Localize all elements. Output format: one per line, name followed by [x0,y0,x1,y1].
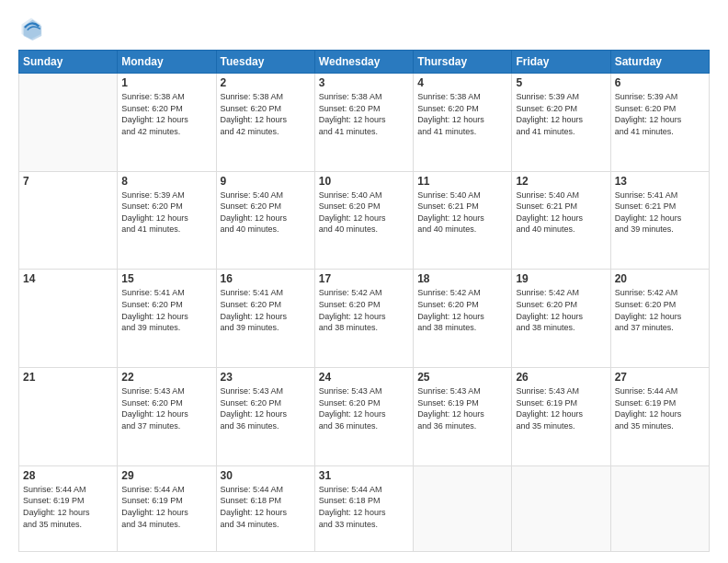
day-header-wednesday: Wednesday [314,51,413,74]
calendar-cell: 15Sunrise: 5:41 AMSunset: 6:20 PMDayligh… [118,270,216,368]
day-header-monday: Monday [118,51,216,74]
day-number: 9 [221,175,311,188]
calendar-cell: 14 [19,270,118,368]
day-number: 30 [221,469,311,482]
day-info: Sunrise: 5:43 AMSunset: 6:19 PMDaylight:… [417,385,507,431]
day-header-thursday: Thursday [414,51,512,74]
calendar-week-row: 1Sunrise: 5:38 AMSunset: 6:20 PMDaylight… [19,74,710,172]
day-info: Sunrise: 5:38 AMSunset: 6:20 PMDaylight:… [121,91,211,137]
calendar-cell: 8Sunrise: 5:39 AMSunset: 6:20 PMDaylight… [118,171,216,270]
calendar-table: SundayMondayTuesdayWednesdayThursdayFrid… [18,50,710,552]
calendar-week-row: 28Sunrise: 5:44 AMSunset: 6:19 PMDayligh… [19,465,710,551]
day-number: 18 [417,272,507,285]
calendar-cell: 30Sunrise: 5:44 AMSunset: 6:18 PMDayligh… [216,465,314,551]
day-number: 17 [319,272,409,285]
day-number: 31 [319,469,409,482]
logo-icon [18,15,44,40]
day-info: Sunrise: 5:40 AMSunset: 6:20 PMDaylight:… [319,190,409,236]
calendar-cell: 28Sunrise: 5:44 AMSunset: 6:19 PMDayligh… [19,465,118,551]
calendar-cell: 13Sunrise: 5:41 AMSunset: 6:21 PMDayligh… [610,171,709,270]
day-number: 26 [516,371,606,384]
day-header-friday: Friday [512,51,610,74]
calendar-cell: 19Sunrise: 5:42 AMSunset: 6:20 PMDayligh… [512,270,610,368]
day-number: 25 [417,371,507,384]
day-number: 27 [615,371,705,384]
calendar-week-row: 2122Sunrise: 5:43 AMSunset: 6:20 PMDayli… [19,368,710,466]
day-info: Sunrise: 5:44 AMSunset: 6:19 PMDaylight:… [615,385,705,431]
day-info: Sunrise: 5:43 AMSunset: 6:20 PMDaylight:… [121,385,211,431]
day-info: Sunrise: 5:42 AMSunset: 6:20 PMDaylight:… [319,287,409,333]
day-info: Sunrise: 5:42 AMSunset: 6:20 PMDaylight:… [615,287,705,333]
day-info: Sunrise: 5:41 AMSunset: 6:20 PMDaylight:… [221,287,311,333]
calendar-cell: 1Sunrise: 5:38 AMSunset: 6:20 PMDaylight… [118,74,216,172]
calendar-cell [19,74,118,172]
calendar-week-row: 1415Sunrise: 5:41 AMSunset: 6:20 PMDayli… [19,270,710,368]
day-number: 15 [121,272,211,285]
day-header-sunday: Sunday [19,51,118,74]
day-number: 21 [23,371,113,384]
calendar-cell: 10Sunrise: 5:40 AMSunset: 6:20 PMDayligh… [314,171,413,270]
calendar-cell: 23Sunrise: 5:43 AMSunset: 6:20 PMDayligh… [216,368,314,466]
calendar-cell [512,465,610,551]
calendar-cell: 7 [19,171,118,270]
calendar-cell: 20Sunrise: 5:42 AMSunset: 6:20 PMDayligh… [610,270,709,368]
day-header-tuesday: Tuesday [216,51,314,74]
day-number: 16 [221,272,311,285]
day-info: Sunrise: 5:44 AMSunset: 6:18 PMDaylight:… [319,484,409,530]
calendar-cell: 9Sunrise: 5:40 AMSunset: 6:20 PMDaylight… [216,171,314,270]
day-number: 24 [319,371,409,384]
day-info: Sunrise: 5:40 AMSunset: 6:20 PMDaylight:… [221,190,311,236]
day-number: 28 [23,469,113,482]
header [18,15,710,40]
day-info: Sunrise: 5:39 AMSunset: 6:20 PMDaylight:… [121,190,211,236]
calendar-cell: 31Sunrise: 5:44 AMSunset: 6:18 PMDayligh… [314,465,413,551]
calendar-cell: 4Sunrise: 5:38 AMSunset: 6:20 PMDaylight… [414,74,512,172]
day-number: 12 [516,175,606,188]
day-header-saturday: Saturday [610,51,709,74]
calendar-cell: 6Sunrise: 5:39 AMSunset: 6:20 PMDaylight… [610,74,709,172]
calendar-cell: 22Sunrise: 5:43 AMSunset: 6:20 PMDayligh… [118,368,216,466]
day-number: 6 [615,76,705,89]
day-number: 13 [615,175,705,188]
day-number: 11 [417,175,507,188]
day-info: Sunrise: 5:38 AMSunset: 6:20 PMDaylight:… [319,91,409,137]
day-number: 20 [615,272,705,285]
day-info: Sunrise: 5:44 AMSunset: 6:19 PMDaylight:… [23,484,113,530]
day-info: Sunrise: 5:40 AMSunset: 6:21 PMDaylight:… [417,190,507,236]
logo [18,15,48,40]
calendar-cell [414,465,512,551]
calendar-cell: 29Sunrise: 5:44 AMSunset: 6:19 PMDayligh… [118,465,216,551]
page: SundayMondayTuesdayWednesdayThursdayFrid… [0,0,728,563]
day-info: Sunrise: 5:39 AMSunset: 6:20 PMDaylight:… [516,91,606,137]
day-info: Sunrise: 5:41 AMSunset: 6:20 PMDaylight:… [121,287,211,333]
day-info: Sunrise: 5:43 AMSunset: 6:20 PMDaylight:… [221,385,311,431]
day-info: Sunrise: 5:44 AMSunset: 6:18 PMDaylight:… [221,484,311,530]
day-info: Sunrise: 5:38 AMSunset: 6:20 PMDaylight:… [417,91,507,137]
calendar-cell: 2Sunrise: 5:38 AMSunset: 6:20 PMDaylight… [216,74,314,172]
calendar-cell: 25Sunrise: 5:43 AMSunset: 6:19 PMDayligh… [414,368,512,466]
calendar-cell [610,465,709,551]
day-number: 14 [23,272,113,285]
day-number: 19 [516,272,606,285]
calendar-cell: 24Sunrise: 5:43 AMSunset: 6:20 PMDayligh… [314,368,413,466]
calendar-cell: 26Sunrise: 5:43 AMSunset: 6:19 PMDayligh… [512,368,610,466]
day-number: 3 [319,76,409,89]
calendar-cell: 12Sunrise: 5:40 AMSunset: 6:21 PMDayligh… [512,171,610,270]
calendar-cell: 21 [19,368,118,466]
calendar-cell: 16Sunrise: 5:41 AMSunset: 6:20 PMDayligh… [216,270,314,368]
day-number: 1 [121,76,211,89]
day-info: Sunrise: 5:38 AMSunset: 6:20 PMDaylight:… [221,91,311,137]
day-info: Sunrise: 5:42 AMSunset: 6:20 PMDaylight:… [417,287,507,333]
day-number: 10 [319,175,409,188]
day-info: Sunrise: 5:43 AMSunset: 6:20 PMDaylight:… [319,385,409,431]
day-info: Sunrise: 5:41 AMSunset: 6:21 PMDaylight:… [615,190,705,236]
day-info: Sunrise: 5:42 AMSunset: 6:20 PMDaylight:… [516,287,606,333]
day-number: 7 [23,175,113,188]
calendar-cell: 18Sunrise: 5:42 AMSunset: 6:20 PMDayligh… [414,270,512,368]
calendar-header-row: SundayMondayTuesdayWednesdayThursdayFrid… [19,51,710,74]
day-info: Sunrise: 5:43 AMSunset: 6:19 PMDaylight:… [516,385,606,431]
day-info: Sunrise: 5:44 AMSunset: 6:19 PMDaylight:… [121,484,211,530]
day-number: 29 [121,469,211,482]
day-number: 23 [221,371,311,384]
day-number: 22 [121,371,211,384]
